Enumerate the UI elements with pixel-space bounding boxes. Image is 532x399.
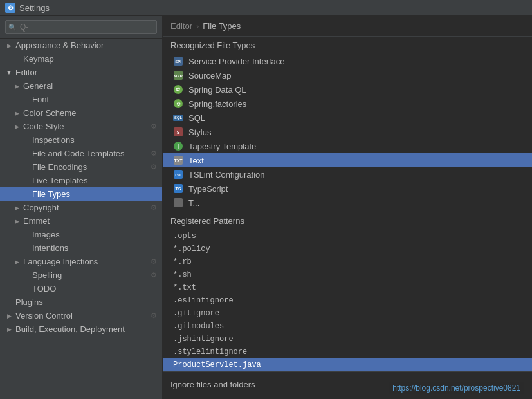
sidebar-item-intentions[interactable]: Intentions: [0, 241, 162, 255]
sidebar-item-label: Plugins: [15, 297, 43, 307]
pattern-eslintignore[interactable]: .eslintignore: [163, 294, 532, 307]
sidebar-item-label: Editor: [15, 68, 37, 77]
arrow-icon: ▶: [13, 218, 21, 225]
arrow-icon: ▼: [5, 70, 13, 76]
filetype-icon: T: [173, 141, 183, 151]
content-area: Editor › File Types Recognized File Type…: [163, 16, 532, 399]
arrow-icon: ▶: [13, 110, 21, 116]
sidebar-item-editor[interactable]: ▼ Editor: [0, 66, 162, 79]
breadcrumb-parent: Editor: [170, 21, 192, 31]
svg-text:✿: ✿: [176, 86, 181, 93]
sidebar-item-spelling[interactable]: Spelling ⚙: [0, 268, 162, 282]
pattern-gitmodules[interactable]: .gitmodules: [163, 320, 532, 333]
sidebar-item-plugins[interactable]: Plugins: [0, 295, 162, 309]
pattern-rb[interactable]: *.rb: [163, 255, 532, 268]
filetype-label: Tapestry Template: [188, 142, 256, 151]
filetype-label: Text: [188, 156, 204, 165]
sidebar-item-label: File Types: [32, 189, 70, 199]
sidebar-item-versioncontrol[interactable]: ▶ Version Control ⚙: [0, 309, 162, 322]
filetype-icon: TS: [173, 183, 183, 194]
sidebar-item-emmet[interactable]: ▶ Emmet: [0, 214, 162, 228]
registered-header: Registered Patterns: [163, 212, 532, 230]
main-container: ▶ Appearance & Behavior Keymap ▼ Editor …: [0, 16, 532, 399]
filetype-icon: ✿: [173, 84, 183, 95]
svg-text:TSL: TSL: [174, 173, 182, 177]
gear-icon: ⚙: [151, 311, 157, 320]
sidebar-item-appearance[interactable]: ▶ Appearance & Behavior: [0, 39, 162, 52]
pattern-policy[interactable]: *.policy: [163, 243, 532, 255]
filetype-typescript[interactable]: TS TypeScript: [163, 181, 532, 196]
svg-text:SPI: SPI: [175, 60, 181, 64]
pattern-productservlet[interactable]: ProductServlet.java: [163, 358, 532, 371]
gear-icon: ⚙: [151, 271, 157, 279]
breadcrumb: Editor › File Types: [163, 16, 532, 37]
filetype-label: Stylus: [188, 127, 211, 137]
filetype-springfactories[interactable]: ⚙ Spring.factories: [163, 97, 532, 111]
filetype-tslint[interactable]: TSL TSLint Configuration: [163, 167, 532, 181]
pattern-gitignore[interactable]: .gitignore: [163, 307, 532, 320]
filetype-springdataql[interactable]: ✿ Spring Data QL: [163, 82, 532, 97]
pattern-sh[interactable]: *.sh: [163, 268, 532, 281]
pattern-opts[interactable]: .opts: [163, 230, 532, 243]
svg-text:⚙: ⚙: [176, 101, 181, 107]
filetype-tapestry[interactable]: T Tapestry Template: [163, 139, 532, 153]
svg-text:TS: TS: [176, 187, 181, 191]
filetype-label: TypeScript: [188, 184, 228, 194]
filetype-label: T...: [188, 198, 199, 208]
filetype-icon: S: [173, 127, 183, 137]
sidebar-item-images[interactable]: Images: [0, 228, 162, 241]
gear-icon: ⚙: [151, 149, 157, 158]
pattern-txt[interactable]: *.txt: [163, 281, 532, 294]
content-panel: Editor › File Types Recognized File Type…: [163, 16, 532, 399]
window-title: Settings: [19, 3, 50, 13]
sidebar-item-languageinjections[interactable]: ▶ Language Injections ⚙: [0, 255, 162, 268]
sidebar: ▶ Appearance & Behavior Keymap ▼ Editor …: [0, 16, 163, 399]
pattern-jshintignore[interactable]: .jshintignore: [163, 333, 532, 346]
sidebar-item-fileencodings[interactable]: File Encodings ⚙: [0, 160, 162, 174]
sidebar-item-codestyle[interactable]: ▶ Code Style ⚙: [0, 120, 162, 133]
sidebar-item-label: Live Templates: [32, 176, 87, 185]
sidebar-item-copyright[interactable]: ▶ Copyright ⚙: [0, 201, 162, 214]
sidebar-item-build[interactable]: ▶ Build, Execution, Deployment: [0, 322, 162, 336]
title-bar: ⚙ Settings: [0, 0, 532, 16]
sidebar-item-inspections[interactable]: Inspections: [0, 133, 162, 147]
filetype-sourcemap[interactable]: MAP SourceMap: [163, 68, 532, 82]
sidebar-item-todo[interactable]: TODO: [0, 282, 162, 295]
sidebar-item-colorscheme[interactable]: ▶ Color Scheme: [0, 106, 162, 120]
sidebar-item-general[interactable]: ▶ General: [0, 79, 162, 93]
sidebar-item-label: Build, Execution, Deployment: [15, 324, 125, 334]
sidebar-item-font[interactable]: Font: [0, 93, 162, 106]
filetype-label: Service Provider Interface: [188, 57, 285, 66]
search-input[interactable]: [5, 20, 157, 34]
arrow-icon: ▶: [5, 313, 13, 319]
filetype-icon: ⚙: [173, 98, 183, 109]
sidebar-item-keymap[interactable]: Keymap: [0, 52, 162, 66]
svg-text:T: T: [176, 143, 180, 150]
gear-icon: ⚙: [151, 203, 157, 212]
breadcrumb-current: File Types: [203, 21, 241, 31]
arrow-icon: ▶: [13, 259, 21, 265]
filetype-spi[interactable]: SPI Service Provider Interface: [163, 54, 532, 68]
sidebar-item-label: Font: [32, 95, 49, 104]
search-wrapper: [5, 20, 157, 34]
filetype-label: SourceMap: [188, 71, 231, 80]
filetype-truncated[interactable]: T...: [163, 196, 532, 210]
gear-icon: ⚙: [151, 163, 157, 171]
patterns-list: .opts *.policy *.rb *.sh *.txt: [163, 230, 532, 371]
filetype-icon: TSL: [173, 169, 183, 180]
sidebar-item-livetemplates[interactable]: Live Templates: [0, 174, 162, 187]
search-bar: [0, 16, 162, 39]
svg-text:TXT: TXT: [174, 158, 183, 163]
filetype-label: TSLint Configuration: [188, 170, 265, 180]
pattern-stylelintignore[interactable]: .stylelintignore: [163, 346, 532, 358]
sidebar-item-fileandcodetemplates[interactable]: File and Code Templates ⚙: [0, 147, 162, 160]
sidebar-item-filetypes[interactable]: File Types: [0, 187, 162, 201]
filetype-text[interactable]: TXT Text: [163, 153, 532, 167]
filetype-stylus[interactable]: S Stylus: [163, 125, 532, 139]
recognized-header: Recognized File Types: [163, 37, 532, 54]
filetype-sql[interactable]: SQL SQL: [163, 111, 532, 125]
sidebar-item-label: Copyright: [23, 203, 59, 212]
sidebar-item-label: File Encodings: [32, 162, 87, 172]
svg-text:MAP: MAP: [174, 74, 182, 78]
sidebar-item-label: Appearance & Behavior: [15, 41, 104, 50]
